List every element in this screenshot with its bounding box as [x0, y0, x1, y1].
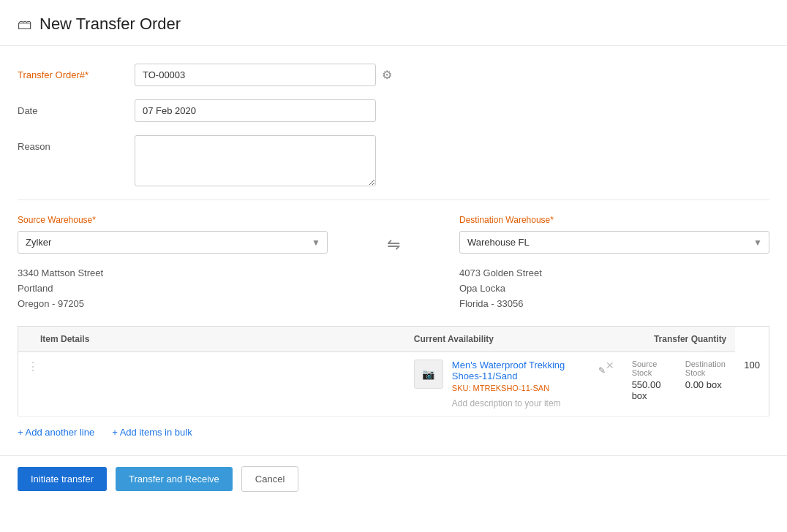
initiate-transfer-button[interactable]: Initiate transfer — [18, 467, 107, 491]
reason-textarea[interactable] — [135, 135, 376, 186]
date-input[interactable] — [135, 99, 376, 122]
image-placeholder-icon: 📷 — [422, 368, 434, 380]
source-address-line3: Oregon - 97205 — [18, 297, 328, 312]
item-image: 📷 — [414, 360, 443, 389]
source-stock-group: Source Stock 550.00 box — [632, 360, 663, 401]
swap-icon[interactable]: ⇋ — [387, 235, 400, 254]
item-description[interactable]: Add description to your item — [452, 398, 614, 408]
date-label: Date — [18, 99, 135, 116]
transfer-order-input[interactable] — [135, 64, 376, 86]
add-another-line-button[interactable]: + Add another line — [18, 427, 94, 438]
dest-address-text: 4073 Golden Street Opa Locka Florida - 3… — [459, 266, 769, 311]
add-line-section: + Add another line + Add items in bulk — [0, 417, 787, 448]
swap-icon-container: ⇋ — [372, 215, 415, 254]
transfer-order-icon: 🗃 — [18, 16, 32, 33]
items-table: Item Details Current Availability Transf… — [18, 326, 769, 417]
table-header: Item Details Current Availability Transf… — [18, 327, 769, 352]
dest-warehouse-select[interactable]: Warehouse FL — [459, 231, 769, 254]
dest-stock-group: Destination Stock 0.00 box — [685, 360, 727, 401]
item-info: Men's Waterproof Trekking Shoes-11/Sand … — [452, 360, 614, 408]
source-address-line2: Portland — [18, 281, 328, 297]
qty-value[interactable]: 100 — [744, 360, 760, 370]
dest-address-line3: Florida - 33056 — [459, 297, 769, 312]
dest-stock-label: Destination Stock — [685, 360, 727, 377]
dest-address-line2: Opa Locka — [459, 281, 769, 297]
delete-icon[interactable]: ✕ — [606, 360, 614, 371]
footer-actions: Initiate transfer Transfer and Receive C… — [0, 455, 787, 502]
col-header-item-details: Item Details — [18, 327, 405, 352]
source-address: 3340 Mattson Street Portland Oregon - 97… — [18, 266, 328, 311]
col-header-qty: Transfer Quantity — [623, 327, 736, 352]
item-detail-inner: 📷 Men's Waterproof Trekking Shoes-11/San… — [414, 360, 614, 408]
item-detail-cell: 📷 Men's Waterproof Trekking Shoes-11/San… — [405, 352, 623, 417]
dest-warehouse-col: Destination Warehouse* Warehouse FL ▼ — [459, 215, 769, 254]
cancel-button[interactable]: Cancel — [241, 466, 298, 492]
form-area: Transfer Order#* ⚙ Date Reason — [0, 46, 787, 186]
col-header-availability: Current Availability — [405, 327, 623, 352]
warehouse-address-row: 3340 Mattson Street Portland Oregon - 97… — [18, 266, 769, 311]
dest-warehouse-label: Destination Warehouse* — [459, 215, 769, 225]
source-warehouse-label: Source Warehouse* — [18, 215, 328, 225]
add-items-bulk-button[interactable]: + Add items in bulk — [112, 427, 192, 438]
item-sku: SKU: MTREKSHO-11-SAN — [452, 384, 614, 392]
source-address-text: 3340 Mattson Street Portland Oregon - 97… — [18, 266, 328, 311]
settings-icon[interactable]: ⚙ — [382, 68, 392, 82]
availability-inner: Source Stock 550.00 box Destination Stoc… — [632, 360, 727, 401]
source-warehouse-col: Source Warehouse* Zylker ▼ — [18, 215, 328, 254]
source-stock-label: Source Stock — [632, 360, 663, 377]
reason-label: Reason — [18, 135, 135, 152]
warehouse-selects-row: Source Warehouse* Zylker ▼ ⇋ Destination… — [18, 215, 769, 254]
edit-icon[interactable]: ✎ — [598, 365, 606, 376]
item-name-text: Men's Waterproof Trekking Shoes-11/Sand — [452, 360, 594, 381]
source-warehouse-select[interactable]: Zylker — [18, 231, 328, 254]
dest-address-line1: 4073 Golden Street — [459, 266, 769, 281]
table-row: ⋮ 📷 Men's Waterproof Trekking Shoes-11/S… — [18, 352, 769, 417]
transfer-order-row: Transfer Order#* ⚙ — [18, 64, 769, 86]
dest-warehouse-select-wrapper: Warehouse FL ▼ — [459, 231, 769, 254]
source-warehouse-select-wrapper: Zylker ▼ — [18, 231, 328, 254]
dest-stock-value: 0.00 box — [685, 379, 727, 390]
table-header-row: Item Details Current Availability Transf… — [18, 327, 769, 352]
drag-handle-icon[interactable]: ⋮ — [27, 360, 396, 373]
source-address-line1: 3340 Mattson Street — [18, 266, 328, 281]
transfer-order-field-group: ⚙ — [135, 64, 392, 86]
drag-handle-cell: ⋮ — [18, 352, 405, 417]
dest-address: 4073 Golden Street Opa Locka Florida - 3… — [459, 266, 769, 311]
table-body: ⋮ 📷 Men's Waterproof Trekking Shoes-11/S… — [18, 352, 769, 417]
section-divider — [18, 200, 769, 200]
address-spacer — [372, 266, 415, 311]
source-stock-value: 550.00 box — [632, 379, 663, 401]
page-title: New Transfer Order — [39, 15, 181, 34]
qty-cell: 100 — [735, 352, 769, 417]
transfer-order-label: Transfer Order#* — [18, 64, 135, 80]
availability-cell: Source Stock 550.00 box Destination Stoc… — [623, 352, 736, 417]
items-table-section: Item Details Current Availability Transf… — [18, 326, 769, 417]
date-row: Date — [18, 99, 769, 122]
reason-row: Reason — [18, 135, 769, 186]
page-header: 🗃 New Transfer Order — [0, 0, 787, 46]
warehouse-section: Source Warehouse* Zylker ▼ ⇋ Destination… — [0, 215, 787, 311]
transfer-and-receive-button[interactable]: Transfer and Receive — [116, 467, 233, 491]
item-name[interactable]: Men's Waterproof Trekking Shoes-11/Sand … — [452, 360, 606, 381]
